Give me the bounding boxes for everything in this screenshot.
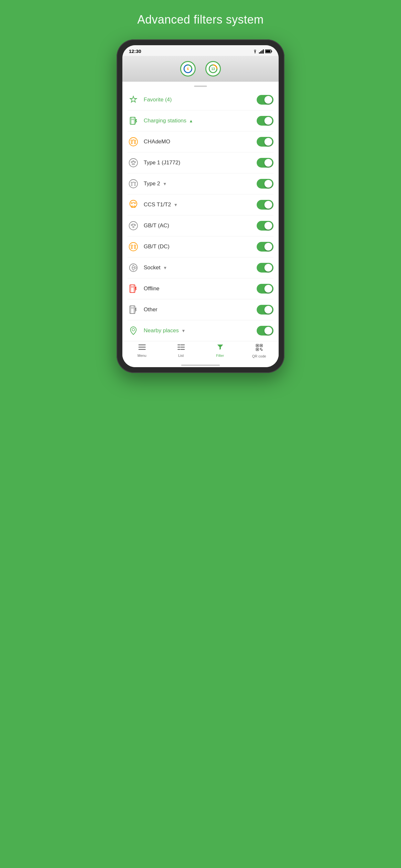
svg-point-38: [133, 226, 134, 228]
svg-point-37: [134, 224, 135, 226]
favorite-toggle[interactable]: [257, 95, 274, 104]
home-bar: [181, 365, 220, 366]
charging-station-icon: [127, 115, 139, 127]
nav-item-list[interactable]: List: [161, 344, 201, 358]
nearby-places-chevron[interactable]: ▼: [181, 329, 186, 333]
svg-rect-66: [257, 345, 258, 346]
svg-point-31: [134, 203, 135, 204]
filter-item-gbt-dc: GB/T (DC): [127, 237, 274, 257]
svg-point-0: [255, 52, 255, 53]
ccs-toggle[interactable]: [257, 200, 274, 210]
svg-point-24: [131, 182, 132, 183]
svg-point-32: [133, 202, 134, 203]
phone-screen: 12:30: [122, 45, 279, 367]
svg-point-19: [131, 161, 132, 163]
filter-item-gbt-ac: GB/T (AC): [127, 215, 274, 237]
nav-item-menu[interactable]: Menu: [122, 344, 161, 358]
other-toggle[interactable]: [257, 305, 274, 314]
filter-item-other: Other: [127, 299, 274, 320]
svg-point-27: [131, 184, 132, 186]
list-icon: [177, 344, 185, 352]
svg-point-17: [133, 140, 134, 141]
svg-point-33: [131, 206, 133, 208]
offline-toggle[interactable]: [257, 284, 274, 293]
svg-point-35: [129, 221, 137, 230]
nearby-places-toggle[interactable]: [257, 326, 274, 336]
nav-item-filter[interactable]: Filter: [201, 344, 240, 358]
svg-text:6: 6: [187, 67, 189, 71]
svg-point-34: [134, 206, 135, 208]
svg-point-40: [129, 243, 137, 251]
svg-rect-70: [257, 349, 258, 350]
filter-list: Favorite (4) Ch: [122, 89, 279, 341]
svg-rect-2: [272, 51, 272, 52]
nearby-places-label: Nearby places ▼: [144, 328, 252, 334]
socket-icon: [127, 262, 139, 274]
svg-point-28: [134, 184, 135, 186]
socket-chevron[interactable]: ▼: [163, 266, 167, 270]
charging-stations-label: Charging stations ▲: [144, 118, 252, 124]
chademo-icon: [127, 136, 139, 148]
wifi-icon: [252, 50, 258, 53]
other-icon: [127, 304, 139, 315]
svg-point-16: [134, 143, 135, 144]
status-time: 12:30: [129, 49, 141, 54]
filter-item-socket: Socket ▼: [127, 257, 274, 278]
svg-point-43: [131, 247, 132, 249]
svg-point-25: [134, 182, 135, 183]
svg-point-30: [131, 203, 132, 204]
map-area: 6 13: [122, 56, 279, 82]
map-marker-2: 13: [205, 61, 221, 76]
svg-text:13: 13: [211, 67, 215, 71]
gbt-dc-label: GB/T (DC): [144, 244, 252, 250]
svg-point-42: [134, 245, 136, 247]
type2-chevron[interactable]: ▼: [163, 182, 167, 186]
filter-item-nearby-places: Nearby places ▼: [127, 320, 274, 341]
drag-handle[interactable]: [122, 82, 279, 89]
menu-nav-label: Menu: [137, 353, 147, 358]
offline-label: Offline: [144, 285, 252, 292]
filter-item-offline: Offline: [127, 278, 274, 299]
type2-label: Type 2 ▼: [144, 181, 252, 187]
svg-rect-71: [260, 348, 260, 349]
menu-icon: [138, 344, 146, 352]
socket-toggle[interactable]: [257, 263, 274, 273]
gbt-dc-toggle[interactable]: [257, 242, 274, 252]
filter-item-chademo: CHAdeMO: [127, 131, 274, 152]
qr-icon: [256, 344, 263, 353]
nav-item-qrcode[interactable]: QR code: [240, 344, 279, 358]
svg-rect-22: [132, 164, 135, 165]
battery-icon: [265, 50, 272, 53]
type2-toggle[interactable]: [257, 179, 274, 189]
ccs-chevron[interactable]: ▼: [174, 203, 178, 207]
gbt-ac-icon: [127, 220, 139, 231]
svg-rect-51: [130, 306, 135, 314]
chademo-toggle[interactable]: [257, 137, 274, 147]
filter-item-ccs: CCS T1/T2 ▼: [127, 194, 274, 215]
other-label: Other: [144, 306, 252, 313]
filter-item-charging-stations: Charging stations ▲: [127, 111, 274, 131]
svg-point-29: [130, 200, 137, 207]
bottom-nav: Menu List: [122, 341, 279, 362]
svg-point-21: [133, 160, 134, 162]
charging-stations-toggle[interactable]: [257, 116, 274, 126]
svg-rect-72: [261, 348, 262, 349]
svg-point-13: [131, 140, 133, 142]
charging-stations-chevron[interactable]: ▲: [189, 119, 193, 123]
filter-item-type2: Type 2 ▼: [127, 174, 274, 194]
svg-rect-8: [130, 117, 135, 124]
svg-rect-50: [131, 286, 134, 288]
filter-item-type1: Type 1 (J1772): [127, 152, 274, 174]
svg-point-14: [134, 140, 136, 142]
svg-point-18: [129, 159, 137, 167]
socket-label: Socket ▼: [144, 265, 252, 271]
type1-label: Type 1 (J1772): [144, 159, 252, 166]
svg-point-23: [129, 180, 137, 188]
svg-point-36: [131, 224, 132, 226]
type1-toggle[interactable]: [257, 158, 274, 167]
svg-rect-73: [260, 349, 260, 350]
favorite-icon: [127, 94, 139, 105]
svg-point-26: [133, 182, 134, 183]
gbt-ac-toggle[interactable]: [257, 221, 274, 230]
svg-rect-47: [130, 285, 135, 292]
